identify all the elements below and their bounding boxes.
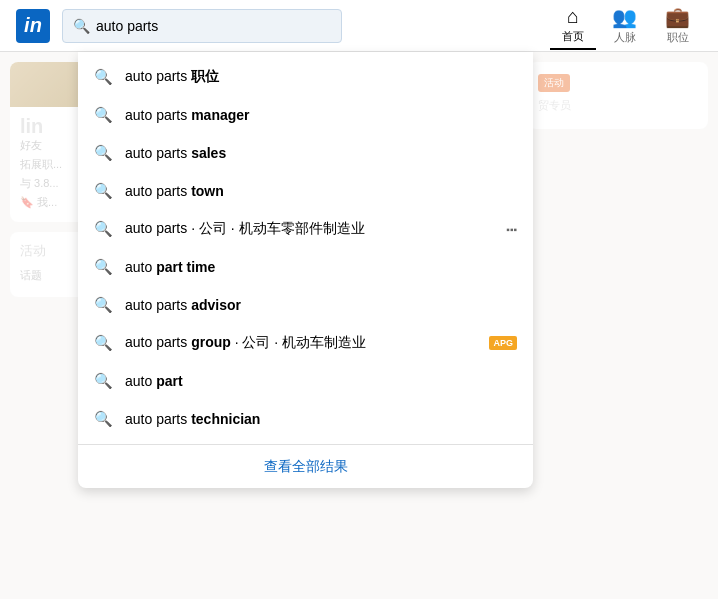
item-text-8: auto parts group · 公司 · 机动车制造业 xyxy=(125,334,366,352)
dropdown-list: 🔍 auto parts 职位 🔍 auto parts manager 🔍 a… xyxy=(78,52,533,444)
search-icon-dd-4: 🔍 xyxy=(94,182,113,200)
search-icon-dd-1: 🔍 xyxy=(94,68,113,86)
search-icon-dd-6: 🔍 xyxy=(94,258,113,276)
item-text-7: auto parts advisor xyxy=(125,297,241,313)
nav-people[interactable]: 👥 人脉 xyxy=(600,1,649,51)
item-meta-5: ▪▪▪ xyxy=(506,224,517,235)
search-icon: 🔍 xyxy=(73,18,90,34)
dropdown-item-7[interactable]: 🔍 auto parts advisor xyxy=(78,286,533,324)
nav-jobs[interactable]: 💼 职位 xyxy=(653,1,702,51)
item-bold-8: group xyxy=(191,334,231,350)
item-bold-2: manager xyxy=(191,107,249,123)
item-text-5: auto parts · 公司 · 机动车零部件制造业 xyxy=(125,220,365,238)
item-bold-6: part time xyxy=(156,259,215,275)
apg-logo: APG xyxy=(489,336,517,350)
item-text-2: auto parts manager xyxy=(125,107,250,123)
search-icon-dd-3: 🔍 xyxy=(94,144,113,162)
search-icon-dd-8: 🔍 xyxy=(94,334,113,352)
dropdown-item-3[interactable]: 🔍 auto parts sales xyxy=(78,134,533,172)
company-logo-generic-5: ▪▪▪ xyxy=(506,224,517,235)
dropdown-item-5[interactable]: 🔍 auto parts · 公司 · 机动车零部件制造业 ▪▪▪ xyxy=(78,210,533,248)
item-bold-9: part xyxy=(156,373,182,389)
item-text-6: auto part time xyxy=(125,259,215,275)
people-icon: 👥 xyxy=(612,5,637,29)
item-text-10: auto parts technician xyxy=(125,411,260,427)
dropdown-item-9[interactable]: 🔍 auto part xyxy=(78,362,533,400)
search-input[interactable] xyxy=(96,18,316,34)
view-all-link[interactable]: 查看全部结果 xyxy=(264,458,348,474)
item-text-9: auto part xyxy=(125,373,183,389)
item-bold-4: town xyxy=(191,183,224,199)
view-all-results[interactable]: 查看全部结果 xyxy=(78,444,533,488)
nav-icons: ⌂ 首页 👥 人脉 💼 职位 xyxy=(550,1,702,51)
search-icon-dd-7: 🔍 xyxy=(94,296,113,314)
item-bold-1: 职位 xyxy=(191,68,219,84)
nav-jobs-label: 职位 xyxy=(667,30,689,45)
search-icon-dd-10: 🔍 xyxy=(94,410,113,428)
item-bold-3: sales xyxy=(191,145,226,161)
nav-home-label: 首页 xyxy=(562,29,584,44)
item-bold-7: advisor xyxy=(191,297,241,313)
search-icon-dd-5: 🔍 xyxy=(94,220,113,238)
search-icon-dd-2: 🔍 xyxy=(94,106,113,124)
linkedin-logo-text: in xyxy=(24,14,42,37)
nav-people-label: 人脉 xyxy=(614,30,636,45)
dropdown-item-1[interactable]: 🔍 auto parts 职位 xyxy=(78,58,533,96)
jobs-icon: 💼 xyxy=(665,5,690,29)
item-text-1: auto parts 职位 xyxy=(125,68,219,86)
dropdown-item-6[interactable]: 🔍 auto part time xyxy=(78,248,533,286)
dropdown-item-8[interactable]: 🔍 auto parts group · 公司 · 机动车制造业 APG xyxy=(78,324,533,362)
dropdown-item-10[interactable]: 🔍 auto parts technician xyxy=(78,400,533,438)
search-box[interactable]: 🔍 xyxy=(62,9,342,43)
item-bold-10: technician xyxy=(191,411,260,427)
search-icon-dd-9: 🔍 xyxy=(94,372,113,390)
topnav: in 🔍 ⌂ 首页 👥 人脉 💼 职位 xyxy=(0,0,718,52)
dropdown-item-2[interactable]: 🔍 auto parts manager xyxy=(78,96,533,134)
search-dropdown: 🔍 auto parts 职位 🔍 auto parts manager 🔍 a… xyxy=(78,52,533,488)
home-icon: ⌂ xyxy=(567,5,579,28)
nav-home[interactable]: ⌂ 首页 xyxy=(550,1,596,50)
item-meta-8: APG xyxy=(489,336,517,350)
linkedin-logo[interactable]: in xyxy=(16,9,50,43)
item-text-4: auto parts town xyxy=(125,183,224,199)
item-text-3: auto parts sales xyxy=(125,145,226,161)
dropdown-item-4[interactable]: 🔍 auto parts town xyxy=(78,172,533,210)
